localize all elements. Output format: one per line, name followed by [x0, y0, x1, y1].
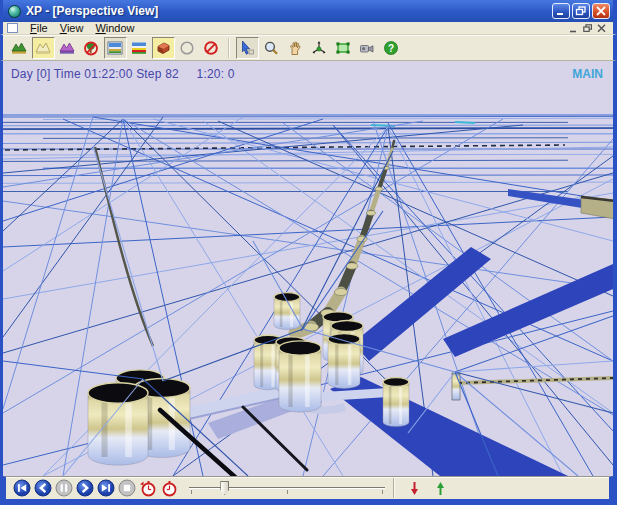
surface-green-icon: [11, 40, 27, 56]
view-label-main: MAIN: [572, 67, 603, 81]
hide-vegetation-button[interactable]: [80, 37, 103, 59]
lower-view-button[interactable]: [405, 478, 423, 498]
minimize-button[interactable]: [552, 3, 570, 19]
globe-icon: [8, 5, 21, 18]
application-window: XP - [Perspective View] FileViewWindow ?…: [0, 0, 617, 505]
child-window-controls: [567, 23, 609, 34]
pause-button[interactable]: [53, 478, 74, 499]
ellipse-outline-button[interactable]: [176, 37, 199, 59]
raise-view-icon: [435, 481, 446, 496]
zoom-extents-button[interactable]: [332, 37, 355, 59]
toolbar-left-group: [7, 37, 223, 59]
slider-tick: [191, 490, 192, 494]
child-window-icon[interactable]: [7, 23, 18, 33]
simulation-status-text: Day [0] Time 01:22:00 Step 82 1:20: 0: [11, 67, 235, 81]
camera-icon: [359, 40, 375, 56]
slider-tick: [382, 490, 383, 494]
zoom-extents-icon: [335, 40, 351, 56]
pan-icon: [287, 40, 303, 56]
skip-to-end-icon: [97, 479, 115, 497]
disable-button[interactable]: [200, 37, 223, 59]
title-bar[interactable]: XP - [Perspective View]: [0, 0, 617, 22]
window-bottom-frame: [0, 499, 617, 505]
slow-down-icon: [160, 479, 178, 497]
window-title: XP - [Perspective View]: [26, 4, 552, 18]
ellipse-outline-icon: [179, 40, 195, 56]
legend-colors-icon: [131, 40, 147, 56]
hide-vegetation-icon: [83, 40, 99, 56]
3d-scene: [3, 61, 613, 476]
playback-bar-separator: [393, 478, 395, 498]
rotate-3d-icon: [311, 40, 327, 56]
perspective-viewport[interactable]: Day [0] Time 01:22:00 Step 82 1:20: 0 MA…: [3, 61, 613, 476]
select-pointer-button[interactable]: [236, 37, 259, 59]
step-forward-button[interactable]: [74, 478, 95, 499]
step-forward-icon: [76, 479, 94, 497]
close-button[interactable]: [592, 3, 610, 19]
toolbar-separator: [228, 38, 230, 58]
toolbar-right-group: ?: [235, 37, 403, 59]
camera-button[interactable]: [356, 37, 379, 59]
step-back-button[interactable]: [32, 478, 53, 499]
menu-view[interactable]: View: [54, 22, 90, 34]
toolbar: ?: [0, 35, 617, 61]
window-frame: Day [0] Time 01:22:00 Step 82 1:20: 0 MA…: [0, 61, 617, 499]
restore-button[interactable]: [572, 3, 590, 19]
landscape-texture-icon: [107, 40, 123, 56]
speed-up-icon: [139, 479, 157, 497]
surface-purple-button[interactable]: [56, 37, 79, 59]
child-minimize-button[interactable]: [567, 23, 581, 34]
menu-window[interactable]: Window: [89, 22, 140, 34]
zoom-icon: [263, 40, 279, 56]
zoom-button[interactable]: [260, 37, 283, 59]
child-restore-button[interactable]: [581, 23, 595, 34]
step-back-icon: [34, 479, 52, 497]
raise-view-button[interactable]: [431, 478, 449, 498]
solid-object-icon: [155, 40, 171, 56]
playback-buttons: [6, 478, 179, 499]
skip-to-end-button[interactable]: [95, 478, 116, 499]
select-pointer-icon: [239, 40, 255, 56]
surface-yellow-button[interactable]: [32, 37, 55, 59]
solid-object-button[interactable]: [152, 37, 175, 59]
lower-view-icon: [409, 481, 420, 496]
slider-tick: [287, 490, 288, 494]
help-icon: ?: [383, 40, 399, 56]
pause-icon: [55, 479, 73, 497]
menu-file[interactable]: File: [24, 22, 54, 34]
surface-purple-icon: [59, 40, 75, 56]
landscape-texture-button[interactable]: [104, 37, 127, 59]
time-slider-thumb[interactable]: [220, 481, 229, 495]
legend-colors-button[interactable]: [128, 37, 151, 59]
pan-button[interactable]: [284, 37, 307, 59]
window-controls: [552, 3, 610, 19]
disable-icon: [203, 40, 219, 56]
view-height-arrows: [401, 478, 453, 498]
stop-icon: [118, 479, 136, 497]
child-close-button[interactable]: [595, 23, 609, 34]
time-slider-track[interactable]: [189, 487, 385, 488]
time-slider[interactable]: [189, 479, 385, 497]
menu-items: FileViewWindow: [24, 22, 141, 34]
menu-bar: FileViewWindow: [0, 22, 617, 35]
skip-to-start-icon: [13, 479, 31, 497]
slow-down-button[interactable]: [158, 478, 179, 499]
playback-bar: [3, 476, 613, 499]
stop-button[interactable]: [116, 478, 137, 499]
surface-yellow-icon: [35, 40, 51, 56]
help-button[interactable]: ?: [380, 37, 403, 59]
surface-green-button[interactable]: [8, 37, 31, 59]
svg-text:?: ?: [388, 42, 394, 53]
speed-up-button[interactable]: [137, 478, 158, 499]
skip-to-start-button[interactable]: [11, 478, 32, 499]
rotate-3d-button[interactable]: [308, 37, 331, 59]
